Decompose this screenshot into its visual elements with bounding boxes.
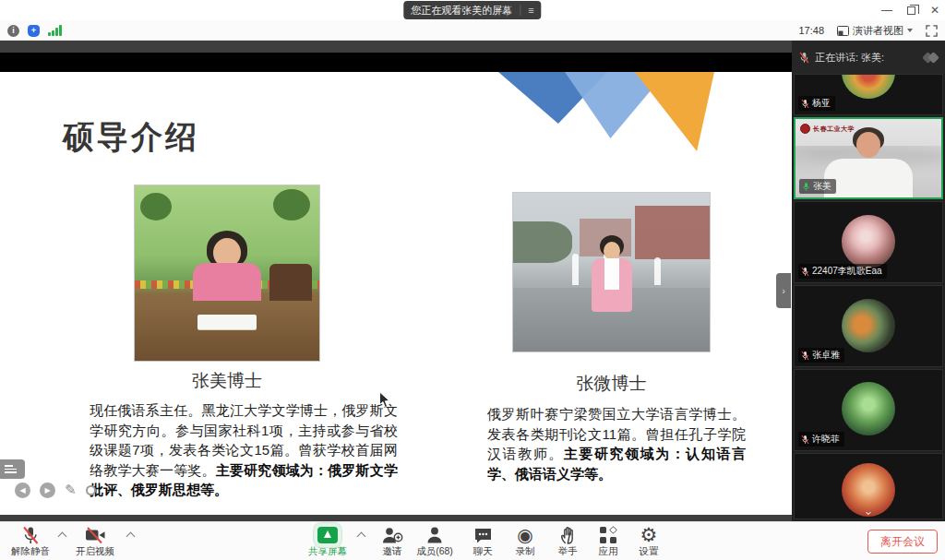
next-slide-button[interactable]: ▶: [40, 483, 55, 498]
signal-bar: [59, 25, 62, 36]
toolbar-label: 成员(68): [416, 545, 453, 558]
security-shield-icon[interactable]: +: [28, 25, 40, 37]
status-right-group: 17:48 演讲者视图: [798, 20, 938, 41]
active-speaker-header: 正在讲话: 张美:: [792, 41, 945, 74]
participant-name: 张美: [813, 180, 831, 193]
participants-sidebar: 正在讲话: 张美: 杨亚 长春工业大学 张美: [792, 41, 945, 521]
slide-panel-toggle-button[interactable]: [0, 459, 25, 479]
mic-muted-icon: [21, 525, 40, 545]
apps-grid-icon: [600, 525, 616, 545]
shared-screen-area: 硕导介绍 张美博士 张微博士: [0, 41, 792, 521]
members-button[interactable]: 成员(68): [410, 525, 460, 560]
toolbar-label: 开启视频: [76, 545, 114, 558]
mic-muted-icon: [801, 351, 809, 361]
participant-tile-xuxiaofei[interactable]: 许晓菲: [794, 369, 943, 451]
caption-zhangmei: 张美博士: [134, 369, 320, 393]
meeting-toolbar: 解除静音 开启视频 共享屏幕 邀请 成员(68) 聊天 ◉ 录制: [0, 521, 945, 560]
bio-zhangmei: 现任俄语系主任。黑龙江大学文学博士，俄罗斯文学研究方向。参与国家社科1项，主持或…: [90, 400, 398, 500]
invite-person-icon: [381, 525, 403, 545]
record-icon: ◉: [517, 525, 532, 545]
view-mode-label: 演讲者视图: [853, 24, 903, 38]
shared-screen-letterbox: [0, 53, 792, 72]
participant-name: 张卓雅: [812, 349, 840, 362]
photo-open-book: [197, 315, 257, 329]
clock-time: 17:48: [798, 25, 824, 36]
laser-pointer-icon[interactable]: [86, 485, 96, 495]
photo-fountain: [654, 257, 661, 285]
photo-fountain: [572, 254, 579, 285]
photo-tree: [140, 193, 172, 220]
window-controls: — ✕: [881, 0, 939, 20]
participant-name: 许晓菲: [812, 433, 840, 446]
speaker-view-icon: [837, 26, 849, 36]
avatar: [842, 215, 895, 268]
meeting-info-icon[interactable]: i: [7, 25, 19, 37]
avatar: [842, 382, 895, 435]
network-signal-icon[interactable]: [48, 25, 62, 36]
video-person-body: [824, 159, 913, 197]
mic-active-icon: [802, 182, 810, 192]
participant-tile-likaige[interactable]: 22407李凯歌Eaa: [794, 201, 943, 283]
participant-name: 22407李凯歌Eaa: [812, 265, 882, 278]
video-person-face: [856, 132, 880, 158]
photo-zhangmei: [134, 185, 320, 362]
toolbar-label: 举手: [558, 545, 578, 558]
fullscreen-icon[interactable]: [926, 25, 938, 37]
view-mode-button[interactable]: 演讲者视图: [837, 24, 913, 38]
annotate-pencil-icon[interactable]: ✎: [65, 482, 77, 498]
pill-divider: [520, 5, 520, 16]
unmute-button[interactable]: 解除静音: [6, 525, 55, 560]
signal-bar: [52, 30, 54, 36]
toolbar-label: 邀请: [383, 545, 402, 558]
toolbar-label: 聊天: [473, 545, 493, 558]
photo-trees: [513, 221, 572, 263]
participant-tile-zhangzhuoya[interactable]: 张卓雅: [794, 285, 943, 367]
scroll-more-chevron-icon[interactable]: ⌄: [864, 507, 874, 515]
toolbar-label: 录制: [516, 545, 535, 558]
slide-nav-controls: ◀ ▶ ✎: [15, 482, 96, 498]
close-icon[interactable]: ✕: [930, 5, 939, 16]
university-seal-icon: [800, 124, 810, 134]
photo-zhangwei: [512, 192, 711, 352]
share-options-chevron-icon[interactable]: [357, 532, 366, 542]
participant-nametag: 张卓雅: [798, 348, 844, 363]
sidebar-collapse-handle[interactable]: ›: [776, 273, 791, 308]
share-options-menu-icon[interactable]: ≡: [528, 5, 533, 16]
members-person-icon: [425, 525, 444, 545]
toolbar-label: 解除静音: [11, 545, 50, 558]
mic-muted-icon: [801, 435, 809, 445]
participant-tile-yangya[interactable]: 杨亚: [794, 74, 943, 115]
photo-building: [635, 206, 710, 259]
participant-tile-more[interactable]: ⌄: [794, 453, 943, 519]
caption-zhangwei: 张微博士: [512, 372, 711, 396]
previous-slide-button[interactable]: ◀: [15, 483, 30, 498]
gear-icon: ⚙: [640, 525, 658, 545]
slide-title: 硕导介绍: [63, 116, 199, 159]
minimize-icon[interactable]: —: [881, 5, 892, 16]
restore-icon[interactable]: [907, 6, 915, 15]
watching-screen-pill: 您正在观看张美的屏幕 ≡: [403, 1, 541, 19]
mic-muted-icon: [801, 267, 809, 277]
slide-decor-triangle-orange: [635, 72, 714, 151]
participant-nametag: 许晓菲: [798, 432, 844, 447]
participant-tile-zhangmei-active[interactable]: 长春工业大学 张美: [794, 117, 943, 199]
mic-options-chevron-icon[interactable]: [58, 532, 67, 542]
chevron-down-icon: [907, 29, 913, 32]
share-screen-button[interactable]: 共享屏幕: [303, 525, 353, 560]
active-speaker-label: 正在讲话: 张美:: [815, 51, 918, 65]
meeting-app-logo: [924, 54, 938, 62]
leave-meeting-button[interactable]: 离开会议: [867, 530, 938, 554]
mic-muted-icon: [801, 99, 809, 109]
meeting-status-bar: i + 17:48 演讲者视图: [0, 20, 945, 41]
settings-button[interactable]: ⚙ 设置: [624, 525, 674, 560]
university-logo: 长春工业大学: [800, 124, 855, 134]
university-name: 长春工业大学: [813, 125, 855, 134]
start-video-button[interactable]: 开启视频: [70, 525, 120, 560]
window-title-bar: 您正在观看张美的屏幕 ≡ — ✕: [0, 0, 945, 20]
video-options-chevron-icon[interactable]: [126, 532, 136, 542]
chat-bubble-icon: [473, 525, 493, 545]
participant-nametag: 22407李凯歌Eaa: [798, 264, 887, 279]
status-left-group: i +: [7, 20, 62, 41]
photo-person-body: [193, 263, 261, 305]
photo-tree: [273, 189, 310, 220]
